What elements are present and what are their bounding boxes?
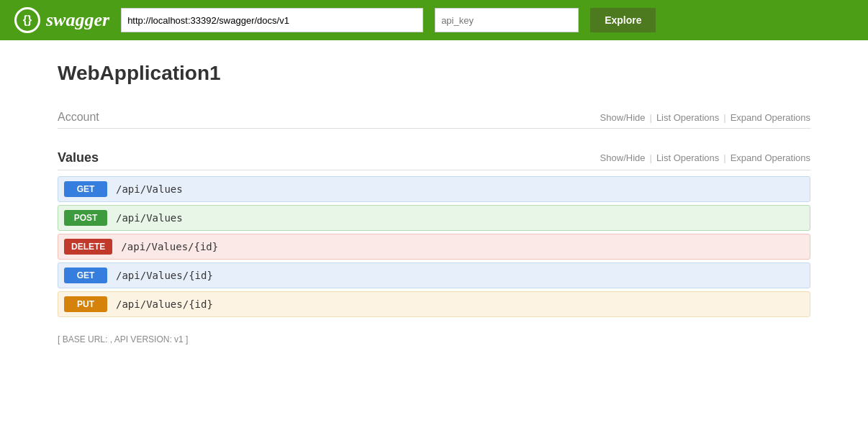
section-title-account: Account [58,111,99,124]
action-list-operations-values[interactable]: List Operations [656,152,719,163]
operation-row[interactable]: GET/api/Values [58,176,810,202]
section-header-account: AccountShow/Hide|List Operations|Expand … [58,106,810,129]
swagger-icon: {} [14,7,40,33]
logo: {} swagger [14,7,109,33]
app-title: WebApplication1 [58,62,810,85]
section-actions-account: Show/Hide|List Operations|Expand Operati… [600,112,810,123]
operation-row[interactable]: POST/api/Values [58,205,810,231]
separator: | [649,112,651,123]
operation-row[interactable]: GET/api/Values/{id} [58,262,810,288]
separator: | [723,152,725,163]
separator: | [649,152,651,163]
method-badge-delete[interactable]: DELETE [64,239,112,255]
action-expand-operations-values[interactable]: Expand Operations [731,152,810,163]
operation-row[interactable]: DELETE/api/Values/{id} [58,234,810,260]
section-header-values: ValuesShow/Hide|List Operations|Expand O… [58,146,810,170]
method-badge-put[interactable]: PUT [64,296,107,312]
explore-button[interactable]: Explore [590,8,656,32]
operation-row[interactable]: PUT/api/Values/{id} [58,291,810,317]
operation-path: /api/Values/{id} [121,241,218,252]
section-values: ValuesShow/Hide|List Operations|Expand O… [58,146,810,317]
sections-container: AccountShow/Hide|List Operations|Expand … [58,106,810,317]
operation-path: /api/Values/{id} [116,298,213,310]
section-title-values: Values [58,150,99,165]
method-badge-get[interactable]: GET [64,181,107,197]
footer-info: [ BASE URL: , API VERSION: v1 ] [58,334,810,344]
api-key-input[interactable] [435,8,579,32]
action-list-operations-account[interactable]: List Operations [656,112,719,123]
logo-text: swagger [46,9,109,31]
action-show/hide-values[interactable]: Show/Hide [600,152,646,163]
operation-path: /api/Values/{id} [116,270,213,281]
url-input[interactable] [121,8,423,32]
section-account: AccountShow/Hide|List Operations|Expand … [58,106,810,129]
action-expand-operations-account[interactable]: Expand Operations [731,112,810,123]
main-content: WebApplication1 AccountShow/Hide|List Op… [0,40,868,366]
method-badge-get[interactable]: GET [64,268,107,283]
action-show/hide-account[interactable]: Show/Hide [600,112,646,123]
separator: | [723,112,725,123]
operation-path: /api/Values [116,212,183,224]
section-actions-values: Show/Hide|List Operations|Expand Operati… [600,152,810,163]
app-header: {} swagger Explore [0,0,868,40]
method-badge-post[interactable]: POST [64,210,107,226]
operation-path: /api/Values [116,183,183,195]
